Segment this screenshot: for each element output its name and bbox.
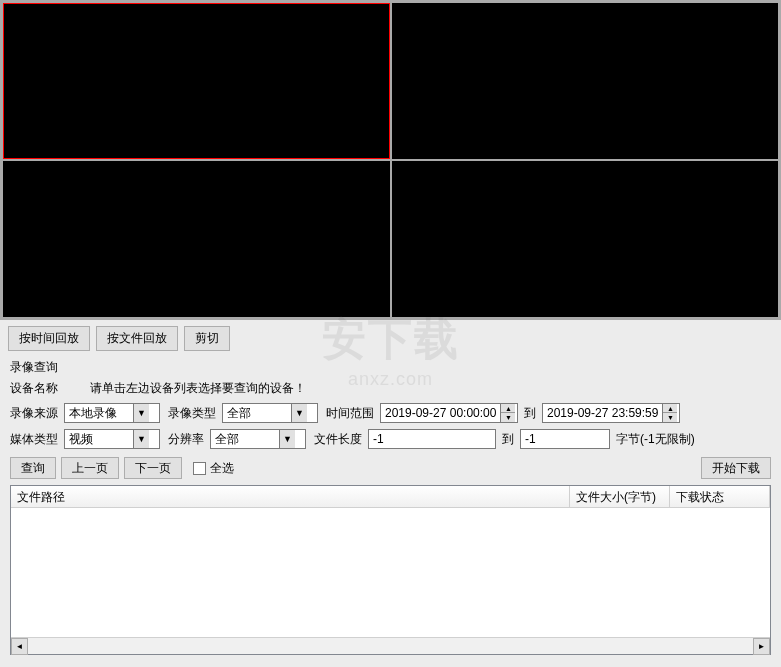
device-hint: 请单击左边设备列表选择要查询的设备！ xyxy=(90,380,306,397)
resolution-select[interactable]: 全部 ▼ xyxy=(210,429,306,449)
spin-down-icon[interactable]: ▼ xyxy=(663,413,677,422)
media-type-select[interactable]: 视频 ▼ xyxy=(64,429,160,449)
scroll-right-icon[interactable]: ► xyxy=(753,638,770,655)
start-download-button[interactable]: 开始下载 xyxy=(701,457,771,479)
tab-playback-time[interactable]: 按时间回放 xyxy=(8,326,90,351)
tab-playback-file[interactable]: 按文件回放 xyxy=(96,326,178,351)
device-name-label: 设备名称 xyxy=(10,380,58,397)
video-cell-3[interactable] xyxy=(3,161,390,317)
col-path[interactable]: 文件路径 xyxy=(11,486,570,507)
file-length-from-input[interactable] xyxy=(368,429,496,449)
time-range-label: 时间范围 xyxy=(326,405,374,422)
section-title: 录像查询 xyxy=(10,359,771,376)
scroll-left-icon[interactable]: ◄ xyxy=(11,638,28,655)
spin-up-icon[interactable]: ▲ xyxy=(501,404,515,413)
filter-row-2: 媒体类型 视频 ▼ 分辨率 全部 ▼ 文件长度 到 字节(-1无限制) xyxy=(10,429,771,449)
checkbox-icon xyxy=(193,462,206,475)
time-end-input[interactable]: 2019-09-27 23:59:59 ▲ ▼ xyxy=(542,403,680,423)
dropdown-icon: ▼ xyxy=(133,404,149,422)
horizontal-scrollbar[interactable]: ◄ ► xyxy=(11,637,770,654)
source-value: 本地录像 xyxy=(65,405,133,422)
time-end-value: 2019-09-27 23:59:59 xyxy=(543,404,662,422)
select-all-label: 全选 xyxy=(210,460,234,477)
bytes-unlimited-label: 字节(-1无限制) xyxy=(616,431,695,448)
source-select[interactable]: 本地录像 ▼ xyxy=(64,403,160,423)
spin-down-icon[interactable]: ▼ xyxy=(501,413,515,422)
select-all-checkbox[interactable]: 全选 xyxy=(193,460,234,477)
dropdown-icon: ▼ xyxy=(133,430,149,448)
filter-row-1: 录像来源 本地录像 ▼ 录像类型 全部 ▼ 时间范围 2019-09-27 00… xyxy=(10,403,771,423)
query-button[interactable]: 查询 xyxy=(10,457,56,479)
dropdown-icon: ▼ xyxy=(279,430,295,448)
video-cell-2[interactable] xyxy=(392,3,779,159)
record-type-value: 全部 xyxy=(223,405,291,422)
action-row: 查询 上一页 下一页 全选 开始下载 xyxy=(0,455,781,485)
tab-row: 按时间回放 按文件回放 剪切 xyxy=(0,320,781,355)
resolution-value: 全部 xyxy=(211,431,279,448)
source-label: 录像来源 xyxy=(10,405,58,422)
col-size[interactable]: 文件大小(字节) xyxy=(570,486,670,507)
video-cell-4[interactable] xyxy=(392,161,779,317)
record-type-label: 录像类型 xyxy=(168,405,216,422)
spin-up-icon[interactable]: ▲ xyxy=(663,404,677,413)
file-length-label: 文件长度 xyxy=(314,431,362,448)
results-table: 文件路径 文件大小(字节) 下载状态 ◄ ► xyxy=(10,485,771,655)
media-type-value: 视频 xyxy=(65,431,133,448)
prev-page-button[interactable]: 上一页 xyxy=(61,457,119,479)
video-grid xyxy=(0,0,781,320)
col-status[interactable]: 下载状态 xyxy=(670,486,770,507)
time-start-value: 2019-09-27 00:00:00 xyxy=(381,404,500,422)
resolution-label: 分辨率 xyxy=(168,431,204,448)
table-body xyxy=(11,508,770,637)
file-length-to-input[interactable] xyxy=(520,429,610,449)
next-page-button[interactable]: 下一页 xyxy=(124,457,182,479)
time-start-input[interactable]: 2019-09-27 00:00:00 ▲ ▼ xyxy=(380,403,518,423)
query-section: 录像查询 设备名称 请单击左边设备列表选择要查询的设备！ 录像来源 本地录像 ▼… xyxy=(0,355,781,449)
video-cell-1[interactable] xyxy=(3,3,390,159)
file-length-to-label: 到 xyxy=(502,431,514,448)
record-type-select[interactable]: 全部 ▼ xyxy=(222,403,318,423)
time-to-label: 到 xyxy=(524,405,536,422)
dropdown-icon: ▼ xyxy=(291,404,307,422)
media-type-label: 媒体类型 xyxy=(10,431,58,448)
device-name-row: 设备名称 请单击左边设备列表选择要查询的设备！ xyxy=(10,380,771,397)
tab-cut[interactable]: 剪切 xyxy=(184,326,230,351)
table-header: 文件路径 文件大小(字节) 下载状态 xyxy=(11,486,770,508)
